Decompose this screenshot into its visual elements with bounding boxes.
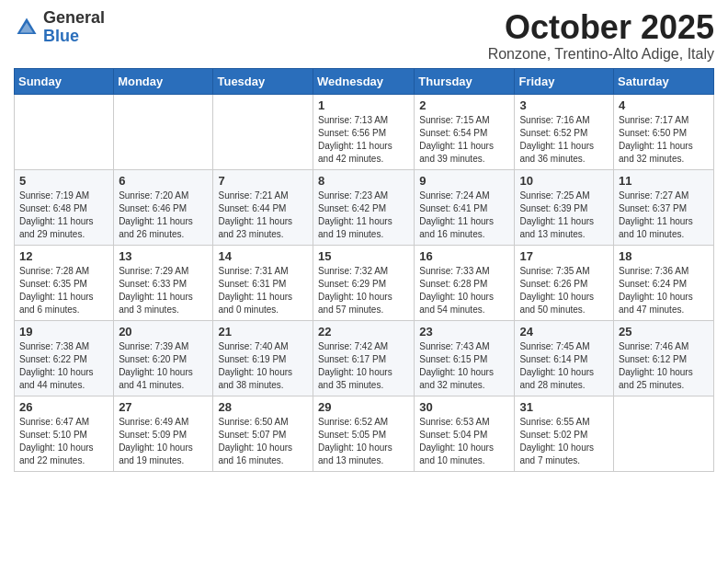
calendar-cell	[213, 94, 313, 169]
day-info: Sunrise: 6:53 AM Sunset: 5:04 PM Dayligh…	[419, 416, 509, 467]
calendar-week-row: 12Sunrise: 7:28 AM Sunset: 6:35 PM Dayli…	[15, 245, 714, 320]
calendar-week-row: 5Sunrise: 7:19 AM Sunset: 6:48 PM Daylig…	[15, 169, 714, 245]
title-block: October 2025 Ronzone, Trentino-Alto Adig…	[488, 9, 714, 63]
day-number: 17	[519, 249, 609, 263]
calendar-cell: 22Sunrise: 7:42 AM Sunset: 6:17 PM Dayli…	[313, 320, 415, 396]
calendar-cell: 16Sunrise: 7:33 AM Sunset: 6:28 PM Dayli…	[415, 245, 515, 320]
calendar-week-row: 1Sunrise: 7:13 AM Sunset: 6:56 PM Daylig…	[15, 94, 714, 169]
day-number: 16	[419, 249, 509, 263]
day-info: Sunrise: 7:24 AM Sunset: 6:41 PM Dayligh…	[419, 190, 509, 241]
day-info: Sunrise: 7:42 AM Sunset: 6:17 PM Dayligh…	[318, 340, 409, 392]
day-number: 20	[119, 325, 208, 339]
day-number: 11	[619, 174, 709, 188]
calendar-header-row: SundayMondayTuesdayWednesdayThursdayFrid…	[15, 68, 714, 94]
calendar-cell: 31Sunrise: 6:55 AM Sunset: 5:02 PM Dayli…	[515, 396, 614, 471]
header: General Blue October 2025 Ronzone, Trent…	[14, 9, 714, 63]
calendar-cell	[114, 94, 213, 169]
day-info: Sunrise: 6:47 AM Sunset: 5:10 PM Dayligh…	[19, 416, 108, 467]
col-header-monday: Monday	[114, 68, 213, 94]
calendar-cell: 18Sunrise: 7:36 AM Sunset: 6:24 PM Dayli…	[614, 245, 714, 320]
day-info: Sunrise: 6:52 AM Sunset: 5:05 PM Dayligh…	[318, 416, 409, 467]
day-info: Sunrise: 7:20 AM Sunset: 6:46 PM Dayligh…	[119, 190, 208, 241]
day-number: 13	[119, 249, 208, 263]
calendar-cell: 10Sunrise: 7:25 AM Sunset: 6:39 PM Dayli…	[515, 169, 614, 245]
page: General Blue October 2025 Ronzone, Trent…	[0, 0, 728, 486]
calendar-cell: 19Sunrise: 7:38 AM Sunset: 6:22 PM Dayli…	[15, 320, 114, 396]
day-info: Sunrise: 7:25 AM Sunset: 6:39 PM Dayligh…	[519, 190, 609, 241]
calendar-cell	[614, 396, 714, 471]
calendar-cell: 23Sunrise: 7:43 AM Sunset: 6:15 PM Dayli…	[415, 320, 515, 396]
day-number: 9	[419, 174, 509, 188]
day-number: 21	[218, 325, 308, 339]
calendar-cell: 9Sunrise: 7:24 AM Sunset: 6:41 PM Daylig…	[415, 169, 515, 245]
day-info: Sunrise: 7:46 AM Sunset: 6:12 PM Dayligh…	[619, 340, 709, 392]
calendar-cell: 8Sunrise: 7:23 AM Sunset: 6:42 PM Daylig…	[313, 169, 415, 245]
calendar-cell	[15, 94, 114, 169]
day-number: 12	[19, 249, 108, 263]
calendar-cell: 2Sunrise: 7:15 AM Sunset: 6:54 PM Daylig…	[415, 94, 515, 169]
day-number: 18	[619, 249, 709, 263]
day-info: Sunrise: 7:43 AM Sunset: 6:15 PM Dayligh…	[419, 340, 509, 392]
day-info: Sunrise: 7:27 AM Sunset: 6:37 PM Dayligh…	[619, 190, 709, 241]
calendar-week-row: 19Sunrise: 7:38 AM Sunset: 6:22 PM Dayli…	[15, 320, 714, 396]
day-number: 8	[318, 174, 409, 188]
calendar-cell: 3Sunrise: 7:16 AM Sunset: 6:52 PM Daylig…	[515, 94, 614, 169]
day-info: Sunrise: 7:33 AM Sunset: 6:28 PM Dayligh…	[419, 265, 509, 316]
day-number: 3	[519, 98, 609, 112]
day-number: 15	[318, 249, 409, 263]
day-info: Sunrise: 7:19 AM Sunset: 6:48 PM Dayligh…	[19, 190, 108, 241]
day-info: Sunrise: 7:38 AM Sunset: 6:22 PM Dayligh…	[19, 340, 108, 392]
logo: General Blue	[14, 9, 105, 46]
day-info: Sunrise: 7:39 AM Sunset: 6:20 PM Dayligh…	[119, 340, 208, 392]
day-info: Sunrise: 6:50 AM Sunset: 5:07 PM Dayligh…	[218, 416, 308, 467]
calendar-cell: 4Sunrise: 7:17 AM Sunset: 6:50 PM Daylig…	[614, 94, 714, 169]
day-number: 10	[519, 174, 609, 188]
logo-icon	[14, 15, 40, 40]
calendar-cell: 21Sunrise: 7:40 AM Sunset: 6:19 PM Dayli…	[213, 320, 313, 396]
day-number: 19	[19, 325, 108, 339]
calendar-cell: 26Sunrise: 6:47 AM Sunset: 5:10 PM Dayli…	[15, 396, 114, 471]
day-number: 24	[519, 325, 609, 339]
calendar-cell: 5Sunrise: 7:19 AM Sunset: 6:48 PM Daylig…	[15, 169, 114, 245]
day-info: Sunrise: 7:31 AM Sunset: 6:31 PM Dayligh…	[218, 265, 308, 316]
col-header-friday: Friday	[515, 68, 614, 94]
calendar-cell: 15Sunrise: 7:32 AM Sunset: 6:29 PM Dayli…	[313, 245, 415, 320]
calendar-cell: 6Sunrise: 7:20 AM Sunset: 6:46 PM Daylig…	[114, 169, 213, 245]
calendar-cell: 17Sunrise: 7:35 AM Sunset: 6:26 PM Dayli…	[515, 245, 614, 320]
day-info: Sunrise: 7:32 AM Sunset: 6:29 PM Dayligh…	[318, 265, 409, 316]
logo-general-text: General	[43, 9, 105, 28]
day-number: 1	[318, 98, 409, 112]
day-info: Sunrise: 6:49 AM Sunset: 5:09 PM Dayligh…	[119, 416, 208, 467]
day-info: Sunrise: 7:16 AM Sunset: 6:52 PM Dayligh…	[519, 114, 609, 166]
calendar-cell: 27Sunrise: 6:49 AM Sunset: 5:09 PM Dayli…	[114, 396, 213, 471]
calendar-cell: 30Sunrise: 6:53 AM Sunset: 5:04 PM Dayli…	[415, 396, 515, 471]
day-number: 27	[119, 400, 208, 414]
calendar-cell: 28Sunrise: 6:50 AM Sunset: 5:07 PM Dayli…	[213, 396, 313, 471]
month-title: October 2025	[488, 9, 714, 46]
col-header-wednesday: Wednesday	[313, 68, 415, 94]
logo-blue-text: Blue	[43, 28, 105, 46]
calendar-cell: 12Sunrise: 7:28 AM Sunset: 6:35 PM Dayli…	[15, 245, 114, 320]
day-info: Sunrise: 7:13 AM Sunset: 6:56 PM Dayligh…	[318, 114, 409, 166]
day-info: Sunrise: 7:36 AM Sunset: 6:24 PM Dayligh…	[619, 265, 709, 316]
calendar-cell: 20Sunrise: 7:39 AM Sunset: 6:20 PM Dayli…	[114, 320, 213, 396]
day-number: 31	[519, 400, 609, 414]
calendar-cell: 29Sunrise: 6:52 AM Sunset: 5:05 PM Dayli…	[313, 396, 415, 471]
calendar-cell: 1Sunrise: 7:13 AM Sunset: 6:56 PM Daylig…	[313, 94, 415, 169]
day-number: 7	[218, 174, 308, 188]
calendar-table: SundayMondayTuesdayWednesdayThursdayFrid…	[14, 68, 714, 472]
calendar-cell: 11Sunrise: 7:27 AM Sunset: 6:37 PM Dayli…	[614, 169, 714, 245]
calendar-cell: 13Sunrise: 7:29 AM Sunset: 6:33 PM Dayli…	[114, 245, 213, 320]
col-header-thursday: Thursday	[415, 68, 515, 94]
day-info: Sunrise: 7:15 AM Sunset: 6:54 PM Dayligh…	[419, 114, 509, 166]
day-info: Sunrise: 7:23 AM Sunset: 6:42 PM Dayligh…	[318, 190, 409, 241]
day-number: 22	[318, 325, 409, 339]
day-number: 28	[218, 400, 308, 414]
day-info: Sunrise: 7:28 AM Sunset: 6:35 PM Dayligh…	[19, 265, 108, 316]
day-info: Sunrise: 7:45 AM Sunset: 6:14 PM Dayligh…	[519, 340, 609, 392]
calendar-cell: 25Sunrise: 7:46 AM Sunset: 6:12 PM Dayli…	[614, 320, 714, 396]
logo-text: General Blue	[43, 9, 105, 46]
day-number: 5	[19, 174, 108, 188]
calendar-cell: 14Sunrise: 7:31 AM Sunset: 6:31 PM Dayli…	[213, 245, 313, 320]
day-number: 25	[619, 325, 709, 339]
